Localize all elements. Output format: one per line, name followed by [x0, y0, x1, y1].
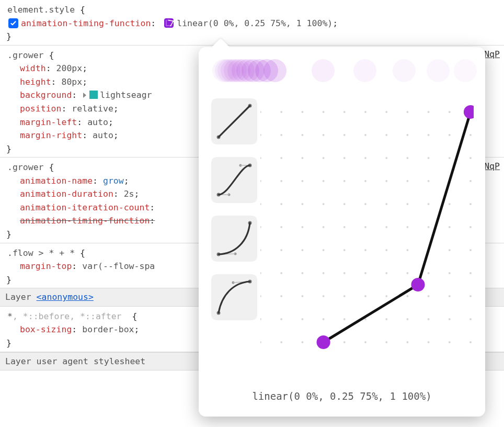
svg-point-38 — [260, 157, 261, 159]
preset-ease-in-out[interactable] — [211, 157, 257, 203]
svg-point-118 — [323, 318, 325, 320]
svg-point-25 — [449, 111, 451, 113]
svg-point-96 — [323, 272, 325, 274]
svg-point-32 — [364, 134, 366, 136]
svg-point-69 — [449, 203, 451, 205]
svg-point-117 — [301, 318, 303, 320]
svg-point-123 — [428, 318, 430, 320]
svg-point-57 — [428, 180, 430, 182]
selector[interactable]: .grower — [7, 162, 44, 172]
svg-point-35 — [428, 134, 430, 136]
svg-point-37 — [469, 134, 472, 136]
svg-point-98 — [364, 272, 366, 274]
selector[interactable]: .grower — [7, 50, 44, 60]
property-name[interactable]: animation-timing-function — [21, 18, 151, 28]
preset-linear[interactable] — [211, 98, 257, 144]
svg-point-63 — [323, 203, 325, 205]
svg-point-119 — [343, 318, 346, 320]
svg-point-113 — [449, 295, 451, 297]
svg-point-115 — [260, 318, 261, 320]
svg-point-55 — [385, 180, 387, 182]
svg-point-29 — [301, 134, 303, 136]
svg-point-53 — [343, 180, 346, 182]
svg-point-47 — [449, 157, 451, 159]
svg-point-56 — [406, 180, 408, 182]
easing-presets — [211, 98, 257, 320]
source-link[interactable]: NqP — [484, 160, 500, 173]
svg-point-21 — [364, 111, 366, 113]
svg-point-134 — [428, 341, 430, 343]
svg-point-45 — [406, 157, 408, 159]
svg-point-73 — [301, 226, 303, 228]
svg-point-67 — [406, 203, 408, 205]
svg-point-46 — [428, 157, 430, 159]
svg-point-93 — [260, 272, 261, 274]
svg-point-99 — [385, 272, 387, 274]
svg-point-92 — [469, 249, 472, 251]
svg-point-17 — [280, 111, 282, 113]
svg-point-109 — [364, 295, 366, 297]
svg-point-71 — [260, 226, 261, 228]
svg-point-116 — [280, 318, 282, 320]
rule-element-style[interactable]: element.style { animation-timing-functio… — [0, 0, 504, 46]
easing-value-readout: linear(0 0%, 0.25 75%, 1 100%) — [199, 389, 485, 404]
svg-point-19 — [323, 111, 325, 113]
svg-point-111 — [406, 295, 408, 297]
svg-point-122 — [406, 318, 408, 320]
color-swatch-icon[interactable] — [89, 91, 98, 99]
svg-point-110 — [385, 295, 387, 297]
property-value[interactable]: linear(0 0%, 0.25 75%, 1 100%) — [177, 18, 333, 28]
curve-point-mid[interactable] — [411, 278, 425, 291]
svg-point-49 — [260, 180, 261, 182]
easing-swatch-icon[interactable] — [164, 18, 174, 28]
curve-point-start[interactable] — [317, 335, 330, 349]
anonymous-layer-link[interactable]: <anonymous> — [37, 292, 94, 302]
property-declaration[interactable]: animation-timing-function: linear(0 0%, … — [8, 17, 499, 30]
svg-point-136 — [469, 341, 472, 343]
animation-preview-strip — [212, 58, 475, 84]
expand-triangle-icon[interactable] — [83, 93, 86, 98]
svg-point-114 — [469, 295, 472, 297]
svg-point-40 — [301, 157, 303, 159]
svg-point-132 — [385, 341, 387, 343]
svg-point-127 — [280, 341, 282, 343]
selector[interactable]: element.style — [7, 5, 75, 15]
curve-point-end[interactable] — [464, 105, 474, 119]
svg-point-65 — [364, 203, 366, 205]
svg-point-87 — [364, 249, 366, 251]
svg-point-108 — [343, 295, 346, 297]
svg-point-33 — [385, 134, 387, 136]
svg-point-24 — [428, 111, 430, 113]
svg-point-39 — [280, 157, 282, 159]
svg-point-77 — [385, 226, 387, 228]
svg-point-30 — [323, 134, 325, 136]
svg-point-124 — [449, 318, 451, 320]
svg-point-54 — [364, 180, 366, 182]
svg-point-23 — [406, 111, 408, 113]
enable-checkbox[interactable] — [8, 18, 18, 28]
selector[interactable]: *, *::before, *::after — [7, 311, 127, 321]
svg-point-64 — [343, 203, 346, 205]
svg-point-60 — [260, 203, 261, 205]
preset-ease-in[interactable] — [211, 216, 257, 262]
svg-point-85 — [323, 249, 325, 251]
svg-point-125 — [469, 318, 472, 320]
open-brace: { — [80, 5, 85, 15]
preset-ease-out[interactable] — [211, 274, 257, 320]
svg-point-121 — [385, 318, 387, 320]
svg-point-72 — [280, 226, 282, 228]
svg-point-83 — [280, 249, 282, 251]
svg-point-50 — [280, 180, 282, 182]
svg-point-34 — [406, 134, 408, 136]
source-link[interactable]: NqP — [484, 48, 500, 61]
svg-point-103 — [469, 272, 472, 274]
svg-point-91 — [449, 249, 451, 251]
svg-point-80 — [449, 226, 451, 228]
easing-curve-editor[interactable] — [260, 91, 474, 363]
svg-point-100 — [406, 272, 408, 274]
svg-point-86 — [343, 249, 346, 251]
svg-point-78 — [406, 226, 408, 228]
selector[interactable]: .flow > * + * — [7, 248, 75, 258]
svg-point-84 — [301, 249, 303, 251]
svg-point-106 — [301, 295, 303, 297]
